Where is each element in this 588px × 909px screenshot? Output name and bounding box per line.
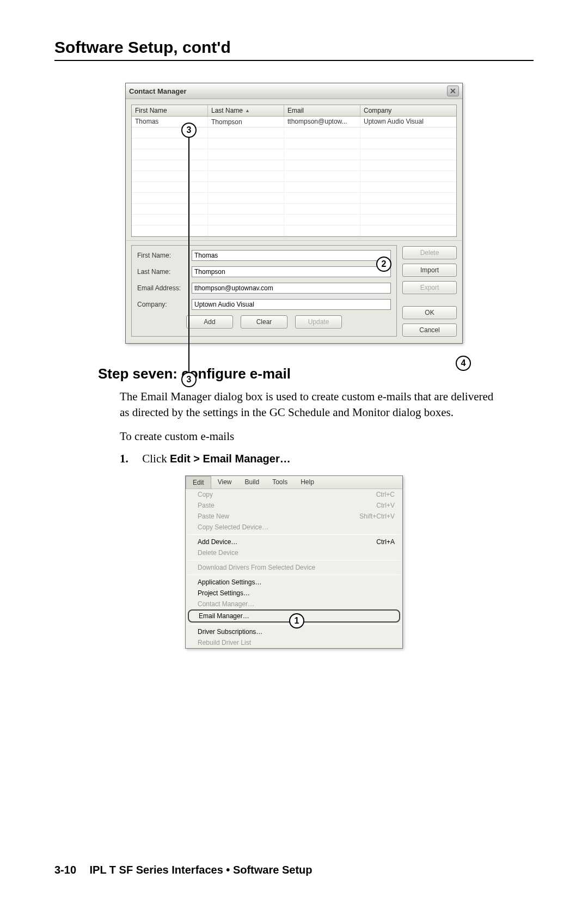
step-lead-in: To create custom e-mails <box>120 429 501 444</box>
menu-contact-manager[interactable]: Contact Manager… <box>186 599 402 609</box>
table-row[interactable]: Thomas Thompson tthompson@uptow... Uptow… <box>132 117 456 127</box>
callout-2: 2 <box>376 257 391 272</box>
sort-ascending-icon: ▲ <box>245 108 250 113</box>
company-field[interactable] <box>192 299 391 310</box>
grid-header-row: First Name Last Name ▲ Email Company <box>132 105 456 117</box>
step-description: The Email Manager dialog box is used to … <box>120 389 501 421</box>
col-first-name[interactable]: First Name <box>132 105 208 116</box>
menu-rebuild-driver-list[interactable]: Rebuild Driver List <box>186 637 402 648</box>
last-name-field[interactable] <box>192 266 391 277</box>
menu-paste-new[interactable]: Paste NewShift+Ctrl+V <box>186 511 402 522</box>
menu-build[interactable]: Build <box>238 476 266 489</box>
col-email[interactable]: Email <box>284 105 360 116</box>
export-button[interactable]: Export <box>402 281 457 294</box>
clear-button[interactable]: Clear <box>241 315 287 328</box>
step-text: Click Edit > Email Manager… <box>142 452 290 465</box>
col-last-label: Last Name <box>211 107 243 114</box>
first-name-field[interactable] <box>192 250 391 261</box>
callout-3-bottom: 3 <box>181 372 197 387</box>
dialog-title: Contact Manager <box>129 87 186 95</box>
step-text-command: Edit > Email Manager… <box>170 453 291 465</box>
contact-form: First Name: Last Name: Email Address: Co… <box>131 245 397 337</box>
menu-copy[interactable]: CopyCtrl+C <box>186 489 402 500</box>
menu-application-settings[interactable]: Application Settings… <box>186 577 402 588</box>
footer-text: IPL T SF Series Interfaces • Software Se… <box>89 864 312 876</box>
edit-menu-panel: Edit View Build Tools Help CopyCtrl+C Pa… <box>185 475 403 649</box>
menu-delete-device[interactable]: Delete Device <box>186 547 402 558</box>
step-1: 1. Click Edit > Email Manager… <box>120 452 534 466</box>
menu-separator <box>188 534 400 535</box>
email-field[interactable] <box>192 283 391 294</box>
col-last-name[interactable]: Last Name ▲ <box>208 105 284 116</box>
page-number: 3-10 <box>54 864 76 876</box>
update-button[interactable]: Update <box>295 315 342 328</box>
contacts-grid[interactable]: First Name Last Name ▲ Email Company Tho… <box>131 105 457 237</box>
col-company[interactable]: Company <box>360 105 456 116</box>
menu-project-settings[interactable]: Project Settings… <box>186 588 402 599</box>
delete-button[interactable]: Delete <box>402 246 457 259</box>
cancel-button[interactable]: Cancel <box>402 324 457 337</box>
menubar: Edit View Build Tools Help <box>186 476 402 489</box>
add-button[interactable]: Add <box>186 315 233 328</box>
menu-separator <box>188 560 400 560</box>
menu-help[interactable]: Help <box>294 476 321 489</box>
dialog-side-buttons: Delete Import Export OK Cancel <box>402 245 457 337</box>
step-number: 1. <box>120 452 139 466</box>
label-company: Company: <box>137 301 192 308</box>
callout-3-leader <box>188 138 189 372</box>
step-text-plain: Click <box>142 452 170 465</box>
dialog-titlebar: Contact Manager ✕ <box>126 83 462 99</box>
ok-button[interactable]: OK <box>402 306 457 319</box>
menu-tools[interactable]: Tools <box>266 476 294 489</box>
label-last-name: Last Name: <box>137 268 192 276</box>
form-area: First Name: Last Name: Email Address: Co… <box>126 240 462 343</box>
dialog-figure: Contact Manager ✕ First Name Last Name ▲… <box>54 83 534 344</box>
page-footer: 3-10 IPL T SF Series Interfaces • Softwa… <box>54 864 312 876</box>
callout-1: 1 <box>289 613 304 629</box>
cell-email: tthompson@uptow... <box>284 117 360 127</box>
page-title: Software Setup, cont'd <box>54 38 534 61</box>
cell-last: Thompson <box>208 117 284 127</box>
label-email: Email Address: <box>137 284 192 292</box>
menu-add-device[interactable]: Add Device…Ctrl+A <box>186 536 402 547</box>
cell-company: Uptown Audio Visual <box>360 117 456 127</box>
cell-first: Thomas <box>132 117 208 127</box>
menu-download-drivers[interactable]: Download Drivers From Selected Device <box>186 562 402 573</box>
callout-3-top: 3 <box>181 123 197 138</box>
callout-4: 4 <box>456 356 471 371</box>
menu-paste[interactable]: PasteCtrl+V <box>186 500 402 511</box>
close-icon[interactable]: ✕ <box>447 86 459 96</box>
menu-copy-selected[interactable]: Copy Selected Device… <box>186 522 402 533</box>
menu-view[interactable]: View <box>211 476 238 489</box>
import-button[interactable]: Import <box>402 264 457 277</box>
menu-edit[interactable]: Edit <box>186 476 211 489</box>
menu-figure: Edit View Build Tools Help CopyCtrl+C Pa… <box>54 475 534 649</box>
label-first-name: First Name: <box>137 252 192 259</box>
contact-manager-dialog: Contact Manager ✕ First Name Last Name ▲… <box>125 83 463 344</box>
menu-separator <box>188 575 400 575</box>
